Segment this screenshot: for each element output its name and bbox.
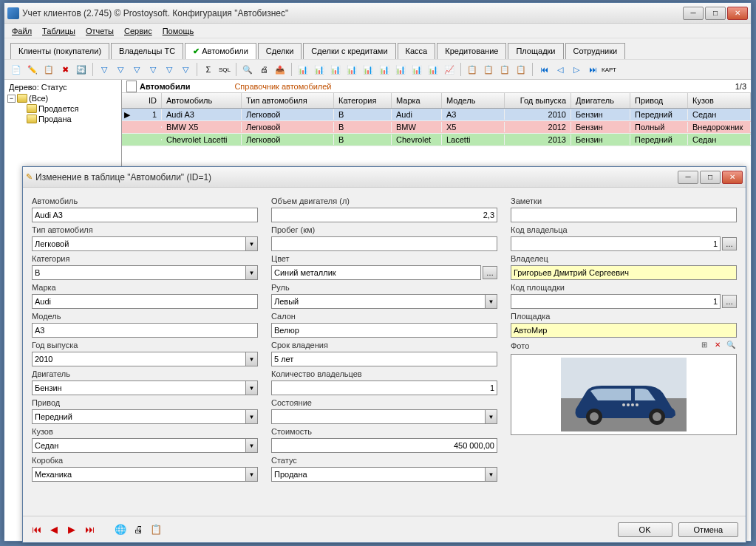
nav-first-icon[interactable]: ⏮: [30, 524, 42, 536]
ownership-input[interactable]: 5 лет: [271, 352, 497, 366]
nav-last-icon[interactable]: ⏭: [84, 524, 95, 536]
owner-code-input[interactable]: 1: [511, 236, 721, 251]
category-combo[interactable]: B▼: [32, 265, 258, 280]
view2-icon[interactable]: 📋: [481, 62, 496, 77]
condition-combo[interactable]: ▼: [271, 409, 497, 424]
refresh-icon[interactable]: 🔄: [74, 62, 89, 77]
site-lookup-button[interactable]: …: [722, 295, 737, 308]
table-row[interactable]: ▶ 1 Audi A3 Легковой B Audi A3 2010 Бенз…: [122, 109, 751, 121]
tab-employees[interactable]: Сотрудники: [565, 43, 626, 59]
nav-prev-icon[interactable]: ◀: [48, 524, 60, 536]
engine-volume-input[interactable]: 2,3: [271, 208, 497, 222]
col-model[interactable]: Модель: [442, 93, 505, 108]
edit-icon[interactable]: ✏️: [25, 62, 40, 77]
col-drive[interactable]: Привод: [630, 93, 688, 108]
export1-icon[interactable]: 📊: [296, 62, 310, 77]
car-name-input[interactable]: Audi A3: [32, 208, 258, 222]
chevron-down-icon[interactable]: ▼: [245, 439, 257, 452]
dialog-minimize-button[interactable]: ─: [678, 171, 698, 184]
gearbox-combo[interactable]: Механика▼: [32, 467, 258, 482]
col-engine[interactable]: Двигатель: [571, 93, 630, 108]
chevron-down-icon[interactable]: ▼: [245, 237, 257, 250]
export4-icon[interactable]: 📊: [344, 62, 359, 77]
export8-icon[interactable]: 📊: [409, 62, 424, 77]
col-brand[interactable]: Марка: [392, 93, 442, 108]
tab-crediting[interactable]: Кредитование: [437, 43, 506, 59]
menu-file[interactable]: Файл: [7, 25, 36, 37]
tab-owners[interactable]: Владельцы ТС: [111, 43, 183, 59]
tab-deals[interactable]: Сделки: [258, 43, 302, 59]
filter1-icon[interactable]: ▽: [97, 62, 112, 77]
chart-icon[interactable]: 📈: [442, 62, 457, 77]
chevron-down-icon[interactable]: ▼: [485, 410, 497, 423]
export6-icon[interactable]: 📊: [377, 62, 392, 77]
export-icon[interactable]: 📤: [273, 62, 287, 77]
export9-icon[interactable]: 📊: [426, 62, 440, 77]
footer-globe-icon[interactable]: 🌐: [115, 524, 126, 536]
price-input[interactable]: 450 000,00: [271, 438, 497, 453]
view4-icon[interactable]: 📋: [514, 62, 528, 77]
owners-count-input[interactable]: 1: [271, 381, 497, 395]
minimize-button[interactable]: ─: [683, 7, 704, 20]
view1-icon[interactable]: 📋: [465, 62, 480, 77]
menu-reports[interactable]: Отчеты: [81, 25, 118, 37]
filter2-icon[interactable]: ▽: [113, 62, 128, 77]
filter6-icon[interactable]: ▽: [178, 62, 193, 77]
first-icon[interactable]: ⏮: [537, 62, 551, 77]
tab-sites[interactable]: Площадки: [508, 43, 563, 59]
menu-tables[interactable]: Таблицы: [38, 25, 80, 37]
tab-clients[interactable]: Клиенты (покупатели): [10, 43, 109, 59]
col-name[interactable]: Автомобиль: [162, 93, 242, 108]
photo-preview[interactable]: [511, 354, 737, 435]
photo-delete-icon[interactable]: ✕: [712, 339, 723, 349]
dialog-close-button[interactable]: ✕: [722, 171, 743, 184]
tree-toggle-icon[interactable]: −: [7, 95, 16, 103]
menu-service[interactable]: Сервис: [120, 25, 157, 37]
new-icon[interactable]: 📄: [9, 62, 24, 77]
export3-icon[interactable]: 📊: [328, 62, 343, 77]
cancel-button[interactable]: Отмена: [678, 522, 738, 537]
tab-credit-deals[interactable]: Сделки с кредитами: [303, 43, 395, 59]
chevron-down-icon[interactable]: ▼: [245, 468, 257, 481]
dialog-maximize-button[interactable]: □: [700, 171, 721, 184]
drive-combo[interactable]: Передний▼: [32, 409, 258, 424]
notes-input[interactable]: [511, 208, 737, 222]
model-input[interactable]: A3: [32, 323, 258, 338]
chevron-down-icon[interactable]: ▼: [485, 468, 497, 481]
brand-input[interactable]: Audi: [32, 294, 258, 309]
col-year[interactable]: Год выпуска: [505, 93, 571, 108]
chevron-down-icon[interactable]: ▼: [245, 410, 257, 423]
tree-root[interactable]: − (Все): [6, 93, 120, 103]
color-input[interactable]: Синий металлик: [271, 265, 481, 280]
col-type[interactable]: Тип автомобиля: [242, 93, 334, 108]
chevron-down-icon[interactable]: ▼: [485, 295, 497, 308]
chevron-down-icon[interactable]: ▼: [245, 266, 257, 279]
color-lookup-button[interactable]: …: [483, 266, 497, 279]
wheel-combo[interactable]: Левый▼: [271, 294, 497, 309]
last-icon[interactable]: ⏭: [585, 62, 600, 77]
footer-doc-icon[interactable]: 📋: [150, 524, 162, 536]
col-body[interactable]: Кузов: [688, 93, 751, 108]
tab-cashbox[interactable]: Касса: [398, 43, 436, 59]
year-combo[interactable]: 2010▼: [32, 352, 258, 366]
export5-icon[interactable]: 📊: [361, 62, 375, 77]
table-row[interactable]: Chevrolet Lacetti Легковой B Chevrolet L…: [122, 134, 751, 146]
print-icon[interactable]: 🖨: [256, 62, 271, 77]
col-cat[interactable]: Категория: [334, 93, 392, 108]
copy-icon[interactable]: 📋: [41, 62, 56, 77]
mileage-input[interactable]: [271, 236, 497, 251]
filter5-icon[interactable]: ▽: [162, 62, 177, 77]
body-combo[interactable]: Седан▼: [32, 438, 258, 453]
interior-input[interactable]: Велюр: [271, 323, 497, 338]
tree-item-selling[interactable]: Продается: [6, 103, 120, 114]
nav-next-icon[interactable]: ▶: [66, 524, 78, 536]
tab-cars[interactable]: ✔Автомобили: [185, 43, 256, 59]
engine-combo[interactable]: Бензин▼: [32, 381, 258, 395]
site-code-input[interactable]: 1: [511, 294, 721, 309]
owner-lookup-button[interactable]: …: [722, 237, 737, 250]
ok-button[interactable]: OK: [618, 522, 672, 537]
tree-item-sold[interactable]: Продана: [6, 114, 120, 124]
photo-zoom-icon[interactable]: 🔍: [725, 339, 737, 349]
chevron-down-icon[interactable]: ▼: [245, 352, 257, 366]
cart-icon[interactable]: КАРТ: [602, 62, 616, 77]
